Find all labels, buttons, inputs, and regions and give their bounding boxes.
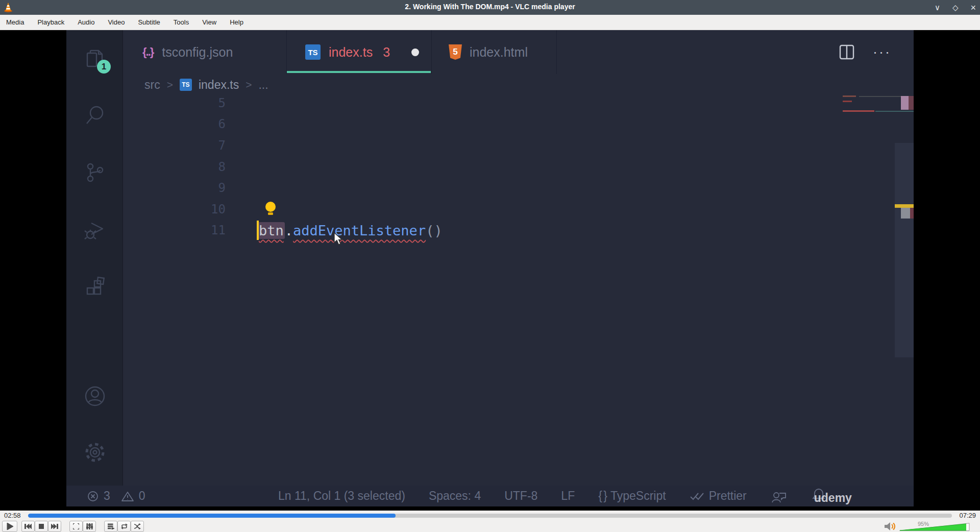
- minimap-mark: [875, 111, 914, 112]
- token-parens: (): [426, 223, 443, 238]
- token-method: addEventListener: [293, 223, 426, 238]
- close-button[interactable]: ×: [970, 3, 976, 12]
- minimap-mark: [843, 101, 852, 102]
- explorer-badge: 1: [97, 60, 111, 74]
- line-number: 11: [123, 223, 226, 237]
- selected-token: btn: [258, 222, 285, 239]
- menu-playback[interactable]: Playback: [37, 18, 64, 26]
- fullscreen-icon: [73, 523, 79, 529]
- stop-button[interactable]: [35, 521, 48, 532]
- code-row: 7: [123, 135, 893, 156]
- menu-bar: Media Playback Audio Video Subtitle Tool…: [0, 15, 980, 30]
- line-number: 10: [123, 202, 226, 216]
- breadcrumb-file[interactable]: index.ts: [199, 78, 239, 92]
- typescript-file-icon: TS: [305, 44, 321, 60]
- random-button[interactable]: [131, 521, 144, 532]
- explorer-icon[interactable]: 1: [83, 47, 107, 70]
- split-editor-icon[interactable]: [838, 43, 855, 61]
- line-number: 7: [123, 138, 226, 153]
- error-icon: [87, 490, 99, 502]
- vlc-window: 2. Working With The DOM.mp4 - VLC media …: [0, 0, 980, 532]
- previous-button[interactable]: [21, 521, 35, 532]
- volume-slider[interactable]: [899, 523, 970, 531]
- indentation[interactable]: Spaces: 4: [429, 489, 481, 503]
- cursor-position[interactable]: Ln 11, Col 1 (3 selected): [278, 489, 405, 503]
- loop-button[interactable]: [117, 521, 131, 532]
- language-label: TypeScript: [610, 489, 666, 503]
- source-control-icon[interactable]: [83, 161, 107, 184]
- fullscreen-button[interactable]: [69, 521, 83, 532]
- playlist-button[interactable]: [104, 521, 117, 532]
- braces-icon: { }: [598, 489, 606, 503]
- settings-gear-icon[interactable]: [83, 441, 107, 464]
- tab-tsconfig-json[interactable]: {..} tsconfig.json: [123, 30, 287, 74]
- stop-icon: [39, 524, 44, 529]
- seek-bar[interactable]: [28, 514, 952, 518]
- status-bar: 3 0 Ln 11, Col 1 (3 selected) Spaces: 4 …: [66, 486, 914, 506]
- feedback-icon[interactable]: [770, 489, 788, 504]
- overview-ruler-mark: [910, 208, 914, 219]
- tab-bar: {..} tsconfig.json TS index.ts 3 5 index…: [123, 30, 914, 74]
- problems-indicator[interactable]: 3 0: [87, 489, 145, 503]
- extensions-icon[interactable]: [83, 276, 107, 299]
- next-icon: [51, 524, 58, 529]
- window-title: 2. Working With The DOM.mp4 - VLC media …: [0, 3, 980, 11]
- eol-sequence[interactable]: LF: [561, 489, 575, 503]
- scrollbar-thumb[interactable]: [895, 143, 914, 357]
- breadcrumb-folder[interactable]: src: [144, 78, 160, 92]
- run-debug-icon[interactable]: [83, 218, 107, 241]
- shuffle-icon: [134, 523, 141, 529]
- warning-count: 0: [139, 489, 145, 503]
- tab-index-html[interactable]: 5 index.html: [432, 30, 557, 74]
- code-row: 5: [123, 92, 893, 114]
- code-area[interactable]: 5 6 7 8 9 10 11: [123, 92, 893, 241]
- video-canvas[interactable]: 1: [0, 30, 980, 511]
- chevron-right-icon: >: [246, 79, 252, 91]
- encoding[interactable]: UTF-8: [504, 489, 537, 503]
- code-row: 6: [123, 114, 893, 135]
- token-dot: .: [285, 223, 293, 238]
- play-button[interactable]: [2, 521, 17, 532]
- extended-settings-button[interactable]: [83, 521, 96, 532]
- menu-video[interactable]: Video: [108, 18, 125, 26]
- total-time: 07:29: [959, 512, 976, 519]
- formatter-status[interactable]: Prettier: [690, 489, 747, 503]
- overview-ruler-mark: [901, 96, 909, 110]
- tab-label: index.html: [470, 45, 528, 60]
- more-actions-icon[interactable]: ···: [873, 44, 891, 60]
- minimap-mark: [843, 110, 874, 112]
- minimap-mark: [843, 95, 856, 97]
- menu-view[interactable]: View: [202, 18, 216, 26]
- code-line[interactable]: btn . addEventListener (): [258, 222, 443, 239]
- previous-icon: [24, 524, 32, 529]
- editor-actions: ···: [838, 43, 891, 61]
- code-row: 10: [123, 199, 893, 220]
- breadcrumb-symbol[interactable]: ...: [258, 78, 268, 92]
- code-row: 9: [123, 177, 893, 199]
- lightbulb-icon[interactable]: [264, 201, 277, 217]
- menu-subtitle[interactable]: Subtitle: [138, 18, 160, 26]
- elapsed-time: 02:58: [4, 512, 21, 519]
- search-icon[interactable]: [83, 103, 107, 127]
- language-mode[interactable]: { } TypeScript: [598, 489, 666, 503]
- menu-tools[interactable]: Tools: [174, 18, 189, 26]
- tab-label: tsconfig.json: [162, 45, 233, 60]
- controls-row: 95%: [0, 520, 980, 532]
- unsaved-dot-icon[interactable]: [411, 49, 419, 56]
- account-icon[interactable]: [83, 384, 107, 408]
- chevron-right-icon: >: [167, 79, 173, 91]
- tab-index-ts[interactable]: TS index.ts 3: [287, 30, 432, 74]
- menu-audio[interactable]: Audio: [78, 18, 94, 26]
- line-number: 9: [123, 181, 226, 195]
- menu-media[interactable]: Media: [6, 18, 24, 26]
- minimize-button[interactable]: ∨: [935, 4, 940, 11]
- text-cursor: [257, 221, 259, 240]
- menu-help[interactable]: Help: [230, 18, 243, 26]
- video-frame-vscode: 1: [66, 30, 914, 506]
- tab-label: index.ts: [329, 45, 373, 60]
- json-file-icon: {..}: [142, 45, 153, 59]
- maximize-button[interactable]: ◇: [952, 4, 959, 11]
- speaker-icon[interactable]: [884, 521, 896, 531]
- next-button[interactable]: [48, 521, 61, 532]
- line-number: 5: [123, 96, 226, 110]
